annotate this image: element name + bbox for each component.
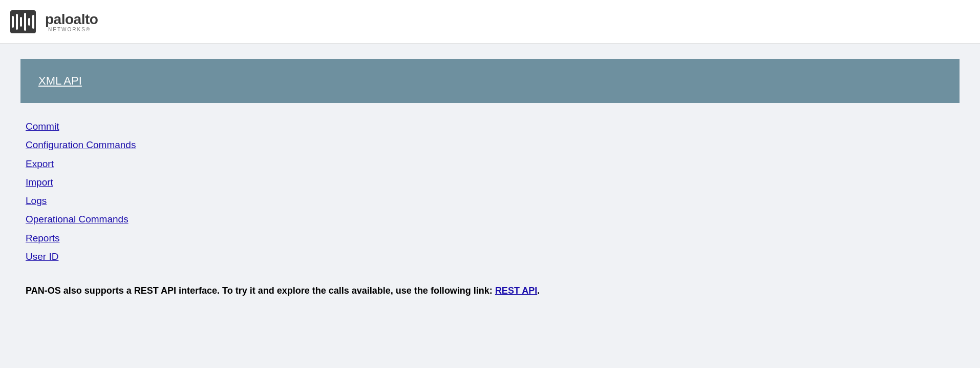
bottom-info-text: PAN-OS also supports a REST API interfac… — [20, 285, 960, 296]
nav-links-container: CommitConfiguration CommandsExportImport… — [20, 118, 960, 265]
bottom-text-before: PAN-OS also supports a REST API interfac… — [26, 285, 495, 296]
xml-api-title-link[interactable]: XML API — [38, 74, 82, 87]
header: paloalto NETWORKS® — [0, 0, 980, 44]
svg-rect-0 — [10, 10, 36, 33]
logo-brand-name: paloalto — [45, 11, 98, 27]
nav-link-user-id[interactable]: User ID — [26, 249, 960, 265]
logo-text-group: paloalto NETWORKS® — [41, 11, 98, 32]
xml-api-banner: XML API — [20, 59, 960, 103]
nav-link-configuration-commands[interactable]: Configuration Commands — [26, 137, 960, 153]
logo-networks-text: NETWORKS® — [41, 27, 98, 32]
logo-container — [10, 10, 36, 33]
nav-link-commit[interactable]: Commit — [26, 118, 960, 135]
rest-api-link[interactable]: REST API — [495, 285, 537, 296]
bottom-text-after: . — [537, 285, 540, 296]
content-area: XML API CommitConfiguration CommandsExpo… — [0, 44, 980, 312]
logo-wrapper: paloalto NETWORKS® — [10, 10, 98, 33]
paloalto-logo-icon — [10, 10, 36, 33]
nav-link-logs[interactable]: Logs — [26, 193, 960, 209]
nav-link-operational-commands[interactable]: Operational Commands — [26, 211, 960, 228]
nav-link-reports[interactable]: Reports — [26, 230, 960, 247]
nav-link-import[interactable]: Import — [26, 174, 960, 191]
nav-link-export[interactable]: Export — [26, 156, 960, 172]
